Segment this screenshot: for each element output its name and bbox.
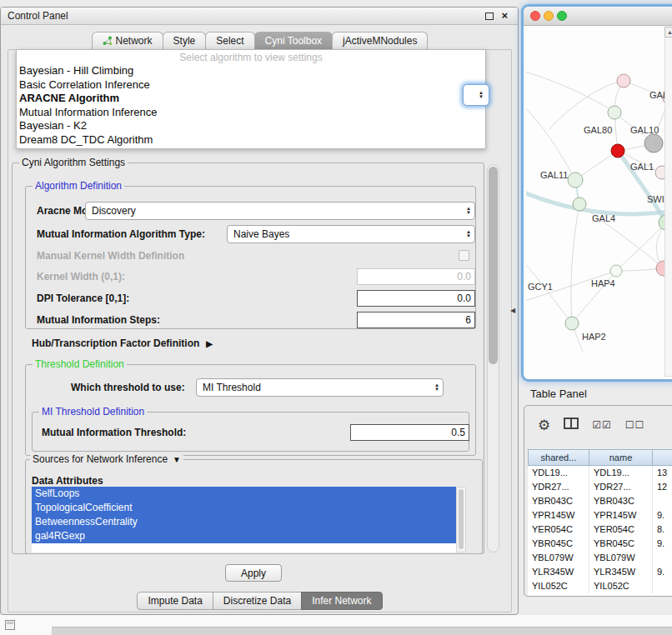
restore-panel-icon[interactable] — [5, 620, 15, 630]
mi-steps-input[interactable] — [357, 312, 475, 328]
float-window-icon[interactable] — [485, 12, 494, 20]
scrollbar-thumb[interactable] — [459, 489, 464, 549]
table-row[interactable]: YER054CYER054C8. — [528, 522, 672, 537]
expand-arrow-icon[interactable]: ▶ — [206, 339, 213, 348]
mi-type-select[interactable]: Naive Bayes ▲▼ — [227, 225, 475, 243]
settings-scrollbar[interactable] — [487, 164, 499, 552]
network-node[interactable] — [568, 172, 583, 188]
kernel-width-input[interactable] — [357, 268, 475, 285]
zoom-traffic-light-icon[interactable] — [557, 11, 567, 21]
algorithm-option-mutual-information-inference[interactable]: Mutual Information Inference — [17, 106, 485, 120]
control-panel-titlebar[interactable]: Control Panel × — [1, 8, 518, 25]
table-row[interactable]: YDL19...YDL19...13 — [528, 466, 672, 480]
sources-title: Sources for Network Inference — [33, 453, 168, 465]
algorithm-option-bayesian-hill-climbing[interactable]: Bayesian - Hill Climbing — [17, 64, 485, 78]
algorithm-select-fragment[interactable]: ▲▼ — [463, 84, 489, 106]
manual-kernel-checkbox[interactable] — [459, 250, 469, 261]
network-window-titlebar[interactable] — [524, 7, 672, 26]
collapse-arrow-icon[interactable]: ▼ — [173, 455, 181, 464]
network-node[interactable] — [644, 134, 663, 152]
column-header[interactable] — [653, 449, 672, 466]
which-threshold-select[interactable]: MI Threshold ▲▼ — [196, 378, 444, 397]
attribute-item[interactable]: BetweennessCentrality — [32, 515, 456, 529]
hub-definition-label: Hub/Transcription Factor Definition — [32, 338, 199, 349]
network-node[interactable] — [573, 198, 586, 211]
table-cell: YBR045C — [528, 537, 589, 551]
network-edge[interactable] — [571, 204, 579, 323]
aracne-mode-select[interactable]: Discovery ▲▼ — [85, 202, 475, 220]
bottom-tab-impute-data[interactable]: Impute Data — [137, 592, 213, 610]
network-icon — [103, 36, 113, 46]
node-label: GCY1 — [528, 282, 553, 292]
tab-style[interactable]: Style — [163, 32, 207, 50]
table-row[interactable]: YBR045CYBR045C9. — [528, 537, 672, 551]
algorithm-option-basic-correlation-inference[interactable]: Basic Correlation Inference — [17, 78, 485, 92]
network-node[interactable] — [610, 265, 622, 277]
dpi-tolerance-input[interactable] — [357, 290, 475, 307]
network-node[interactable] — [611, 144, 624, 158]
column-header[interactable]: name — [589, 449, 653, 466]
deselect-all-icon[interactable]: ☐☐ — [625, 419, 645, 431]
table-cell: YDL19... — [589, 466, 653, 480]
scroll-up-button[interactable]: ▲ — [664, 27, 672, 38]
table-cell: YIL052C — [528, 579, 589, 593]
network-scrollbar[interactable] — [664, 27, 672, 377]
table-row[interactable]: YBL079WYBL079W — [528, 551, 672, 565]
which-threshold-label: Which threshold to use: — [71, 382, 185, 393]
bottom-tab-discretize-data[interactable]: Discretize Data — [213, 592, 302, 610]
tab-label: Cyni Toolbox — [265, 35, 322, 47]
columns-icon[interactable] — [564, 418, 579, 432]
network-edge[interactable] — [526, 71, 614, 112]
combo-arrows-icon: ▲▼ — [479, 91, 487, 99]
attribute-item[interactable]: gal4RGexp — [32, 529, 456, 543]
tab-network[interactable]: Network — [92, 32, 163, 50]
network-node[interactable] — [565, 317, 579, 330]
attribute-list[interactable]: SelfLoopsTopologicalCoefficientBetweenne… — [32, 487, 456, 552]
tab-select[interactable]: Select — [205, 32, 254, 50]
table-row[interactable]: YBR043CYBR043C — [528, 494, 672, 508]
table-row[interactable]: YPR145WYPR145W9. — [528, 508, 672, 522]
table-row[interactable]: YLR345WYLR345W9. — [528, 565, 672, 579]
close-icon[interactable]: × — [501, 9, 508, 22]
splitter-collapse-icon[interactable]: ◀ — [510, 307, 515, 314]
scrollbar-thumb[interactable] — [489, 167, 498, 364]
attribute-item[interactable]: TopologicalCoefficient — [32, 501, 456, 515]
attribute-list-scrollbar[interactable] — [456, 487, 466, 552]
node-label: HAP4 — [591, 278, 615, 288]
table-cell — [653, 551, 672, 565]
close-traffic-light-icon[interactable] — [530, 11, 540, 21]
node-label: GAL80 — [584, 125, 612, 135]
network-edge[interactable] — [526, 104, 575, 180]
algorithm-option-list: Bayesian - Hill ClimbingBasic Correlatio… — [17, 64, 485, 147]
table-cell: YPR145W — [589, 508, 653, 522]
table-cell: YER054C — [528, 522, 589, 537]
tab-jactivemnodules[interactable]: jActiveMNodules — [332, 32, 428, 50]
sources-section-header[interactable]: Sources for Network Inference ▼ — [30, 453, 183, 465]
tab-label: jActiveMNodules — [343, 35, 417, 47]
network-edge[interactable] — [526, 260, 572, 323]
mi-threshold-input[interactable] — [350, 424, 469, 441]
bottom-tab-bar: Impute DataDiscretize DataInfer Network — [1, 592, 518, 610]
network-node[interactable] — [608, 106, 621, 119]
apply-button[interactable]: Apply — [225, 564, 282, 582]
hub-definition-section[interactable]: Hub/Transcription Factor Definition ▶ — [32, 338, 213, 349]
table-header: shared...name — [528, 449, 672, 466]
column-header[interactable]: shared... — [528, 449, 589, 466]
network-edge[interactable] — [549, 81, 624, 129]
table-row[interactable]: YDR27...YDR27...12 — [528, 480, 672, 494]
table-row[interactable]: YIL052CYIL052C — [528, 579, 672, 593]
algorithm-option-aracne-algorithm[interactable]: ARACNE Algorithm — [17, 92, 485, 106]
table-cell: YDL19... — [528, 466, 589, 480]
attribute-item[interactable]: SelfLoops — [32, 487, 456, 501]
minimize-traffic-light-icon[interactable] — [544, 11, 554, 21]
bottom-tab-infer-network[interactable]: Infer Network — [301, 592, 382, 610]
gear-icon[interactable]: ⚙ — [538, 418, 550, 432]
window-title: Control Panel — [8, 10, 68, 22]
algorithm-option-dream8-dc-tdc-algorithm[interactable]: Dream8 DC_TDC Algorithm — [17, 133, 485, 148]
algorithm-option-bayesian-k2[interactable]: Bayesian - K2 — [17, 119, 485, 133]
network-canvas[interactable]: GAL8GAL80GAL10GAL11GAL1SWI4GAL4GCY1HAP4H… — [524, 25, 672, 379]
tab-cyni-toolbox[interactable]: Cyni Toolbox — [254, 32, 333, 50]
network-node[interactable] — [617, 74, 630, 88]
combo-arrows-icon: ▲▼ — [434, 383, 443, 392]
select-all-icon[interactable]: ☑☑ — [592, 419, 612, 431]
